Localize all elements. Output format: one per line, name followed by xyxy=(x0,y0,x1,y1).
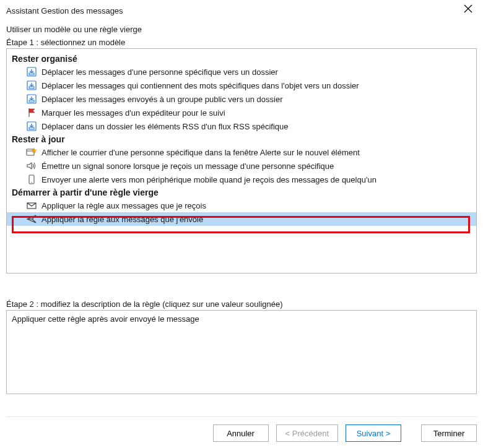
template-rule-receive[interactable]: Appliquer la règle aux messages que je r… xyxy=(7,199,476,212)
cancel-button[interactable]: Annuler xyxy=(213,424,269,442)
wizard-buttons: Annuler < Précédent Suivant > Terminer xyxy=(213,424,477,442)
move-folder-icon xyxy=(25,80,38,91)
alert-star-icon xyxy=(25,147,38,158)
template-label: Déplacer les messages d'une personne spé… xyxy=(41,67,278,77)
rule-description-box[interactable]: Appliquer cette règle après avoir envoyé… xyxy=(6,310,477,394)
close-button[interactable] xyxy=(459,2,477,19)
flag-icon xyxy=(25,107,38,118)
button-separator xyxy=(6,416,477,417)
rule-description-text: Appliquer cette règle après avoir envoyé… xyxy=(12,314,199,324)
move-folder-icon xyxy=(25,66,38,77)
previous-button: < Précédent xyxy=(276,424,338,442)
template-label: Appliquer la règle aux messages que j'en… xyxy=(41,215,203,224)
template-label: Appliquer la règle aux messages que je r… xyxy=(41,201,206,210)
template-label: Émettre un signal sonore lorsque je reço… xyxy=(41,162,334,171)
send-icon xyxy=(25,213,38,225)
svg-rect-7 xyxy=(29,100,34,102)
template-move-group-folder[interactable]: Déplacer les messages envoyés à un group… xyxy=(7,92,476,106)
next-button[interactable]: Suivant > xyxy=(346,424,401,442)
intro-text: Utiliser un modèle ou une règle vierge xyxy=(6,25,477,34)
template-move-rss-folder[interactable]: Déplacer dans un dossier les éléments RS… xyxy=(7,119,476,133)
sound-icon xyxy=(25,160,38,171)
titlebar: Assistant Gestion des messages xyxy=(0,0,483,21)
svg-rect-5 xyxy=(29,87,34,88)
template-move-words-folder[interactable]: Déplacer les messages qui contiennent de… xyxy=(7,79,476,92)
envelope-icon xyxy=(25,200,38,211)
step1-label: Étape 1 : sélectionnez un modèle xyxy=(6,38,477,47)
template-flag-sender[interactable]: Marquer les messages d'un expéditeur pou… xyxy=(7,106,476,119)
mobile-icon xyxy=(25,174,38,185)
svg-point-14 xyxy=(31,182,32,183)
template-label: Envoyer une alerte vers mon périphérique… xyxy=(41,175,376,184)
step2-label: Étape 2 : modifiez la description de la … xyxy=(6,299,477,309)
template-alert-window[interactable]: Afficher le courrier d'une personne spéc… xyxy=(7,145,476,159)
svg-rect-10 xyxy=(29,127,34,129)
template-rule-send[interactable]: Appliquer la règle aux messages que j'en… xyxy=(7,212,476,226)
window-title: Assistant Gestion des messages xyxy=(6,6,123,15)
section-stay-organized-header: Rester organisé xyxy=(7,53,476,65)
template-label: Afficher le courrier d'une personne spéc… xyxy=(41,148,360,157)
template-label: Déplacer les messages envoyés à un group… xyxy=(41,95,283,104)
template-label: Marquer les messages d'un expéditeur pou… xyxy=(41,108,225,118)
section-blank-rule-header: Démarrer à partir d'une règle vierge xyxy=(7,186,476,199)
svg-rect-3 xyxy=(29,73,34,75)
finish-button[interactable]: Terminer xyxy=(421,424,477,442)
template-list: Rester organisé Déplacer les messages d'… xyxy=(6,48,477,274)
section-stay-uptodate-header: Rester à jour xyxy=(7,133,476,145)
template-label: Déplacer dans un dossier les éléments RS… xyxy=(41,122,288,131)
close-icon xyxy=(464,4,472,13)
move-folder-icon xyxy=(25,93,38,105)
template-mobile-alert[interactable]: Envoyer une alerte vers mon périphérique… xyxy=(7,173,476,186)
template-play-sound[interactable]: Émettre un signal sonore lorsque je reço… xyxy=(7,159,476,173)
template-label: Déplacer les messages qui contiennent de… xyxy=(41,81,359,90)
move-folder-icon xyxy=(25,121,38,132)
template-move-person-folder[interactable]: Déplacer les messages d'une personne spé… xyxy=(7,65,476,79)
